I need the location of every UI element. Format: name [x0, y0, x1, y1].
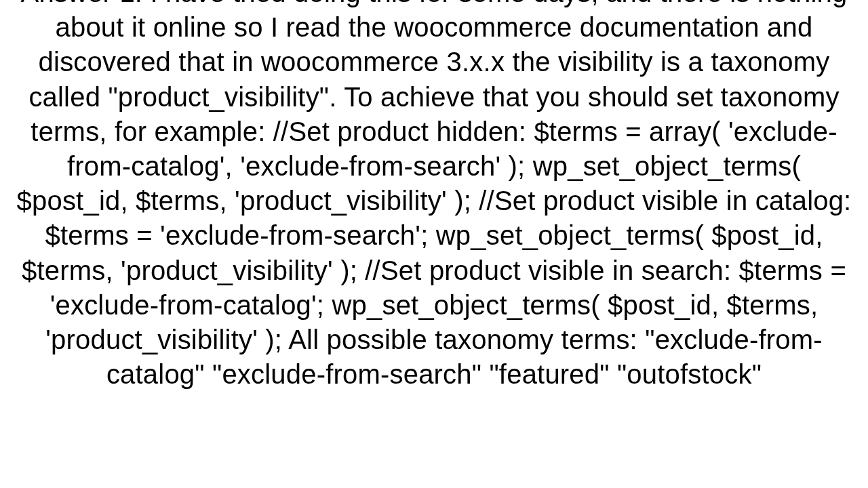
answer-body-text: Answer 1: I have tried doing this for so…: [0, 0, 868, 392]
